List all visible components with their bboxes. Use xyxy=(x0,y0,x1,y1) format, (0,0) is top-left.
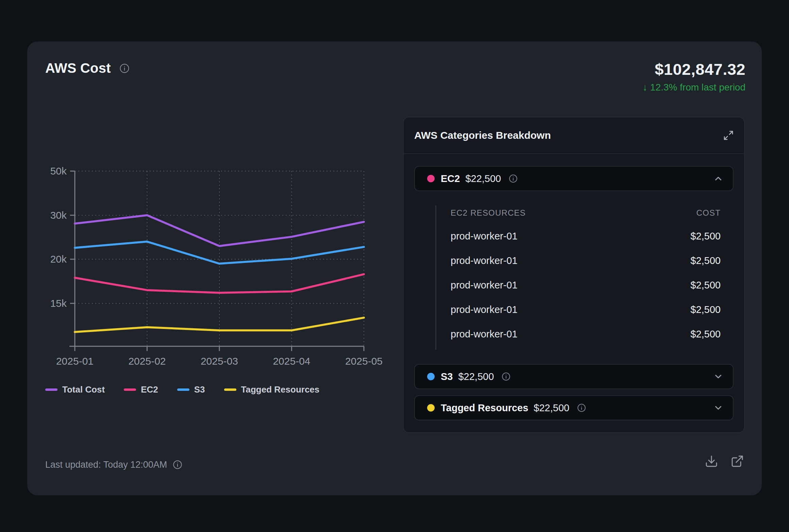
chevron-down-icon xyxy=(713,371,723,382)
legend-label: Total Cost xyxy=(62,384,105,395)
resource-cost: $2,500 xyxy=(690,280,721,291)
delta-from-last-period: ↓ 12.3% from last period xyxy=(643,82,745,93)
x-axis-tick-label: 2025-05 xyxy=(345,355,383,367)
table-row: prod-worker-01$2,500 xyxy=(451,273,721,297)
open-external-button[interactable] xyxy=(731,454,744,468)
breakdown-title: AWS Categories Breakdown xyxy=(414,130,551,141)
last-updated-text: Last updated: Today 12:00AM xyxy=(45,460,167,470)
x-axis-tick-label: 2025-04 xyxy=(273,355,310,367)
resource-name: prod-worker-01 xyxy=(451,255,518,266)
x-axis-tick-label: 2025-02 xyxy=(128,355,166,367)
info-icon[interactable] xyxy=(508,174,518,183)
breakdown-header: AWS Categories Breakdown xyxy=(404,117,744,154)
info-icon[interactable] xyxy=(501,372,511,381)
resource-name: prod-worker-01 xyxy=(451,304,518,315)
external-link-icon xyxy=(731,454,744,468)
legend-swatch xyxy=(45,388,57,391)
delta-text: 12.3% from last period xyxy=(650,82,745,93)
table-row: prod-worker-01$2,500 xyxy=(451,224,721,248)
table-row: prod-worker-01$2,500 xyxy=(451,297,721,322)
resource-name: prod-worker-01 xyxy=(451,329,518,340)
resources-table-header: EC2 RESOURCESCOST xyxy=(451,207,721,218)
expand-panel-button[interactable] xyxy=(723,130,734,141)
y-axis-tick-label: 20k xyxy=(50,253,67,265)
chevron-up-icon xyxy=(713,173,723,184)
category-amount: $22,500 xyxy=(458,371,494,382)
line-series-total-cost xyxy=(75,215,364,246)
legend-label: Tagged Resources xyxy=(241,384,320,395)
legend-item-ec2[interactable]: EC2 xyxy=(124,384,158,395)
total-block: $102,847.32 ↓ 12.3% from last period xyxy=(643,60,745,93)
aws-categories-breakdown-panel: AWS Categories Breakdown EC2$22,500EC2 R… xyxy=(403,117,745,433)
download-icon xyxy=(705,454,718,468)
legend-label: S3 xyxy=(194,384,205,395)
table-row: prod-worker-01$2,500 xyxy=(451,248,721,273)
resource-cost: $2,500 xyxy=(690,255,721,266)
table-row: prod-worker-01$2,500 xyxy=(451,322,721,346)
footer-actions xyxy=(705,454,744,468)
chart-legend: Total CostEC2S3Tagged Resources xyxy=(45,383,319,396)
info-icon[interactable] xyxy=(119,63,130,74)
ec2-resources-table: EC2 RESOURCESCOSTprod-worker-01$2,500pro… xyxy=(435,205,722,350)
category-name: EC2 xyxy=(441,173,460,184)
category-name: Tagged Resources xyxy=(441,402,528,414)
tagged-resources-dot xyxy=(427,404,435,412)
cost-column-header: COST xyxy=(696,207,721,218)
y-axis-tick-label: 15k xyxy=(50,298,67,309)
legend-item-tagged-resources[interactable]: Tagged Resources xyxy=(224,384,320,395)
category-amount: $22,500 xyxy=(534,402,569,414)
arrow-down-icon: ↓ xyxy=(643,82,648,93)
resource-name: prod-worker-01 xyxy=(451,231,518,242)
chevron-down-icon xyxy=(713,403,723,413)
resource-name: prod-worker-01 xyxy=(451,280,518,291)
resource-cost: $2,500 xyxy=(690,304,721,315)
category-amount: $22,500 xyxy=(465,173,501,184)
legend-item-total-cost[interactable]: Total Cost xyxy=(45,384,105,395)
breakdown-body: EC2$22,500EC2 RESOURCESCOSTprod-worker-0… xyxy=(404,154,744,420)
category-row-ec2[interactable]: EC2$22,500 xyxy=(414,166,734,191)
total-cost-value: $102,847.32 xyxy=(643,60,745,79)
resource-cost: $2,500 xyxy=(690,231,721,242)
y-axis-tick-label: 50k xyxy=(50,165,67,177)
info-icon[interactable] xyxy=(172,460,183,470)
x-axis-tick-label: 2025-03 xyxy=(201,355,238,367)
page-title: AWS Cost xyxy=(45,61,111,76)
category-row-tagged-resources[interactable]: Tagged Resources$22,500 xyxy=(414,395,734,420)
legend-swatch xyxy=(177,388,189,391)
info-icon[interactable] xyxy=(577,403,586,413)
legend-swatch xyxy=(224,388,236,391)
last-updated-note: Last updated: Today 12:00AM xyxy=(45,458,183,471)
cost-chart: 50k30k20k15k2025-012025-022025-032025-04… xyxy=(41,160,394,384)
legend-item-s3[interactable]: S3 xyxy=(177,384,205,395)
category-row-s3[interactable]: S3$22,500 xyxy=(414,364,734,389)
aws-cost-card: AWS Cost $102,847.32 ↓ 12.3% from last p… xyxy=(27,41,762,495)
resource-cost: $2,500 xyxy=(690,329,721,340)
s3-dot xyxy=(427,373,435,380)
category-name: S3 xyxy=(441,371,453,382)
legend-swatch xyxy=(124,388,136,391)
ec2-dot xyxy=(427,175,435,182)
x-axis-tick-label: 2025-01 xyxy=(56,355,94,367)
legend-label: EC2 xyxy=(141,384,158,395)
maximize-icon xyxy=(723,130,734,141)
download-button[interactable] xyxy=(705,454,718,468)
card-header: AWS Cost xyxy=(45,61,130,76)
y-axis-tick-label: 30k xyxy=(50,210,67,221)
resources-column-header: EC2 RESOURCES xyxy=(451,207,526,218)
